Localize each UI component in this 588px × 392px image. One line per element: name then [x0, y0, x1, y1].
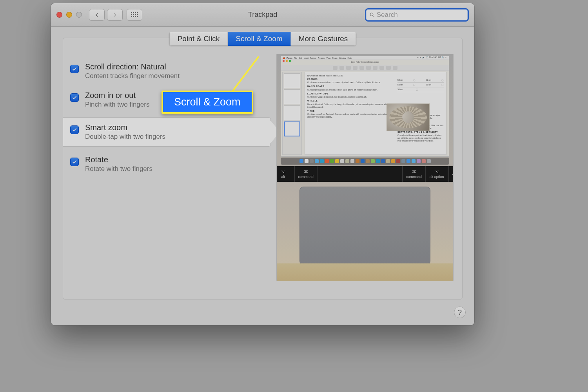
- search-input[interactable]: [377, 11, 465, 19]
- setting-title: Smart zoom: [85, 123, 165, 132]
- setting-title: Scroll direction: Natural: [85, 62, 180, 71]
- setting-subtitle: Double-tap with two fingers: [85, 133, 165, 141]
- mock-keyboard: ⌥alt ⌘command ⌘command ⌥alt option ◀: [276, 166, 454, 182]
- settings-list: Scroll direction: Natural Content tracks…: [63, 57, 271, 178]
- show-all-button[interactable]: [127, 9, 142, 21]
- check-icon: [72, 95, 77, 100]
- setting-scroll-direction[interactable]: Scroll direction: Natural Content tracks…: [63, 57, 271, 85]
- setting-rotate[interactable]: Rotate Rotate with two fingers: [63, 150, 271, 178]
- mock-menubar: 🍎Pages FileEditInsertFormatArrangeViewSh…: [281, 56, 449, 60]
- setting-subtitle: Rotate with two fingers: [85, 165, 152, 173]
- minimize-window-button[interactable]: [66, 12, 72, 18]
- setting-subtitle: Pinch with two fingers: [85, 101, 149, 109]
- mock-doc-title: Easy Rider Custom Bikes.pages: [281, 61, 449, 63]
- gesture-preview: 🍎Pages FileEditInsertFormatArrangeViewSh…: [276, 54, 454, 281]
- mock-desk: [277, 263, 453, 281]
- callout-label: Scroll & Zoom: [162, 91, 253, 114]
- search-field[interactable]: [365, 8, 469, 22]
- setting-smart-zoom[interactable]: Smart zoom Double-tap with two fingers: [63, 117, 271, 147]
- tab-more-gestures[interactable]: More Gestures: [291, 32, 356, 46]
- setting-title: Zoom in or out: [85, 91, 149, 100]
- check-icon: [72, 159, 77, 165]
- tab-point-click[interactable]: Point & Click: [169, 32, 228, 46]
- mock-desktop: 🍎Pages FileEditInsertFormatArrangeViewSh…: [281, 56, 449, 157]
- check-icon: [72, 66, 77, 72]
- tab-scroll-zoom[interactable]: Scroll & Zoom: [228, 32, 290, 46]
- close-window-button[interactable]: [56, 12, 62, 18]
- checkbox[interactable]: [70, 125, 79, 134]
- svg-line-1: [373, 15, 374, 16]
- nav-buttons: [89, 9, 123, 21]
- chevron-left-icon: [94, 12, 100, 18]
- tab-bar: Point & Click Scroll & Zoom More Gesture…: [169, 32, 356, 46]
- checkbox[interactable]: [70, 158, 79, 166]
- setting-title: Rotate: [85, 155, 152, 164]
- svg-point-0: [370, 13, 373, 16]
- zoom-window-button: [76, 12, 82, 18]
- chevron-right-icon: [112, 12, 118, 18]
- mock-toolbar: [281, 65, 449, 71]
- search-icon: [369, 12, 375, 18]
- setting-subtitle: Content tracks finger movement: [85, 72, 180, 80]
- check-icon: [72, 127, 77, 132]
- mock-traffic-lights: [283, 60, 291, 62]
- mock-trackpad: [299, 187, 430, 265]
- mock-thumbnails: [282, 72, 302, 155]
- checkbox[interactable]: [70, 65, 79, 73]
- mock-document: by Delancia, saddle makers since 1925. F…: [305, 72, 446, 155]
- mock-image: [387, 103, 430, 131]
- back-button[interactable]: [89, 9, 105, 21]
- help-button[interactable]: ?: [454, 307, 466, 318]
- mock-dock: [281, 158, 449, 165]
- titlebar: Trackpad: [51, 3, 474, 27]
- mock-menubar-right: ●⌁🔈🕘Mon 9:41 AM🔍≡: [417, 56, 446, 58]
- preferences-window: Trackpad Point & Click Scroll & Zoom Mor…: [51, 3, 474, 325]
- content-panel: Point & Click Scroll & Zoom More Gesture…: [63, 38, 463, 299]
- grid-icon: [131, 12, 138, 17]
- window-controls: [56, 12, 82, 18]
- forward-button[interactable]: [107, 9, 123, 21]
- checkbox[interactable]: [70, 93, 79, 102]
